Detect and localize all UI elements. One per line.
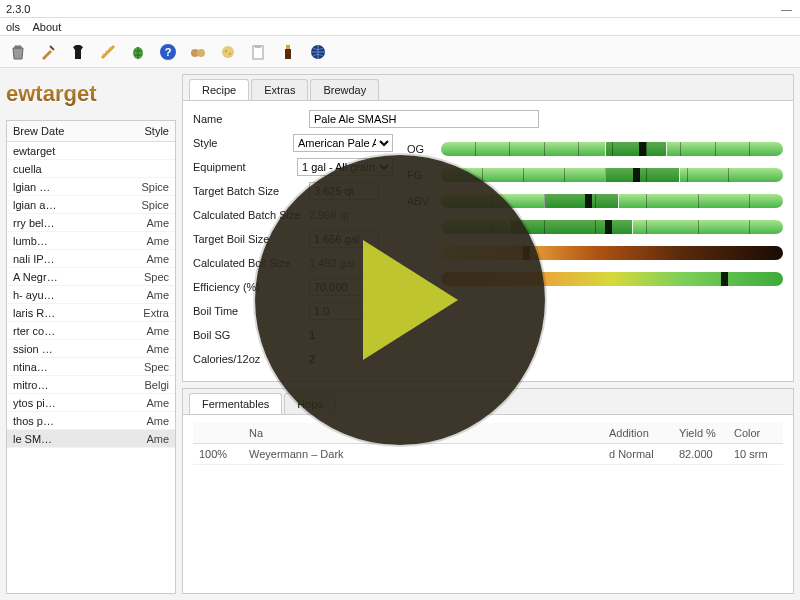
window-controls[interactable]: — xyxy=(781,0,794,17)
left-pane: ewtarget Brew Date Style ewtargetcuellal… xyxy=(6,74,176,594)
svg-text:?: ? xyxy=(165,46,172,58)
clipboard-icon[interactable] xyxy=(246,40,270,64)
balls-icon[interactable] xyxy=(186,40,210,64)
broom-icon[interactable] xyxy=(36,40,60,64)
recipe-list-header: Brew Date Style xyxy=(7,121,175,142)
list-item[interactable]: ytos pi…Ame xyxy=(7,394,175,412)
input-name[interactable] xyxy=(309,110,539,128)
tab-extras[interactable]: Extras xyxy=(251,79,308,100)
list-item[interactable]: mitro…Belgi xyxy=(7,376,175,394)
svg-point-5 xyxy=(222,46,234,58)
shirt-icon[interactable] xyxy=(66,40,90,64)
tab-fermentables[interactable]: Fermentables xyxy=(189,393,282,414)
svg-point-7 xyxy=(229,53,231,55)
list-item[interactable]: ntina…Spec xyxy=(7,358,175,376)
menu-bar: ols About xyxy=(0,18,800,36)
menu-tools[interactable]: ols xyxy=(6,21,20,33)
list-item[interactable]: cuella xyxy=(7,160,175,178)
list-item[interactable]: le SM…Ame xyxy=(7,430,175,448)
list-item[interactable]: lumb…Ame xyxy=(7,232,175,250)
svg-point-6 xyxy=(225,50,227,52)
bar-og: 1.058 xyxy=(441,142,783,156)
play-icon xyxy=(363,240,458,360)
list-item[interactable]: ewtarget xyxy=(7,142,175,160)
tab-brewday[interactable]: Brewday xyxy=(310,79,379,100)
play-overlay[interactable] xyxy=(255,155,545,445)
svg-point-4 xyxy=(197,49,205,57)
recipe-list[interactable]: ewtargetcuellalgian …Spicelgian a…Spicer… xyxy=(7,142,175,448)
trash-icon[interactable] xyxy=(6,40,30,64)
recipe-tabs: Recipe Extras Brewday xyxy=(183,75,793,100)
list-item[interactable]: A Negr…Spec xyxy=(7,268,175,286)
table-row[interactable]: 100%Weyermann – Darkd Normal82.00010 srm xyxy=(193,444,783,465)
col-style[interactable]: Style xyxy=(73,125,169,137)
bottle-icon[interactable] xyxy=(276,40,300,64)
col-yield[interactable]: Yield % xyxy=(673,423,728,444)
label-name: Name xyxy=(193,113,303,125)
hop-icon[interactable] xyxy=(126,40,150,64)
globe-icon[interactable] xyxy=(306,40,330,64)
title-bar: 2.3.0 — xyxy=(0,0,800,18)
col-addition[interactable]: Addition xyxy=(603,423,673,444)
list-item[interactable]: h- ayu…Ame xyxy=(7,286,175,304)
list-item[interactable]: nali IP…Ame xyxy=(7,250,175,268)
list-item[interactable]: ssion …Ame xyxy=(7,340,175,358)
tab-recipe[interactable]: Recipe xyxy=(189,79,249,100)
list-item[interactable]: rter co…Ame xyxy=(7,322,175,340)
list-item[interactable]: lgian …Spice xyxy=(7,178,175,196)
list-item[interactable]: rry bel…Ame xyxy=(7,214,175,232)
col-pct[interactable] xyxy=(193,423,243,444)
window-title: 2.3.0 xyxy=(6,0,30,17)
label-style: Style xyxy=(193,137,287,149)
svg-rect-10 xyxy=(286,45,290,49)
menu-about[interactable]: About xyxy=(33,21,62,33)
yeast-icon[interactable] xyxy=(216,40,240,64)
recipe-list-panel: Brew Date Style ewtargetcuellalgian …Spi… xyxy=(6,120,176,594)
select-style[interactable]: American Pale Ale xyxy=(293,134,393,152)
app-logo: ewtarget xyxy=(6,74,176,114)
fermentables-body: Na Addition Yield % Color 100%Weyermann … xyxy=(183,414,793,591)
bar-fg: 1.017 xyxy=(441,168,783,182)
svg-rect-9 xyxy=(255,45,261,48)
meter-og: OG 1.058 xyxy=(407,139,783,159)
col-color[interactable]: Color xyxy=(728,423,783,444)
help-icon[interactable]: ? xyxy=(156,40,180,64)
ingredient-tabgroup: Fermentables Hops Na Addition Yield % Co… xyxy=(182,388,794,594)
fermentables-table: Na Addition Yield % Color 100%Weyermann … xyxy=(193,423,783,465)
list-item[interactable]: thos p…Ame xyxy=(7,412,175,430)
list-item[interactable]: laris R…Extra xyxy=(7,304,175,322)
toolbar: ? xyxy=(0,36,800,68)
list-item[interactable]: lgian a…Spice xyxy=(7,196,175,214)
col-brewdate[interactable]: Brew Date xyxy=(13,125,73,137)
label-equipment: Equipment xyxy=(193,161,291,173)
label-target-batch: Target Batch Size xyxy=(193,185,303,197)
svg-rect-11 xyxy=(285,49,291,59)
grain-icon[interactable] xyxy=(96,40,120,64)
